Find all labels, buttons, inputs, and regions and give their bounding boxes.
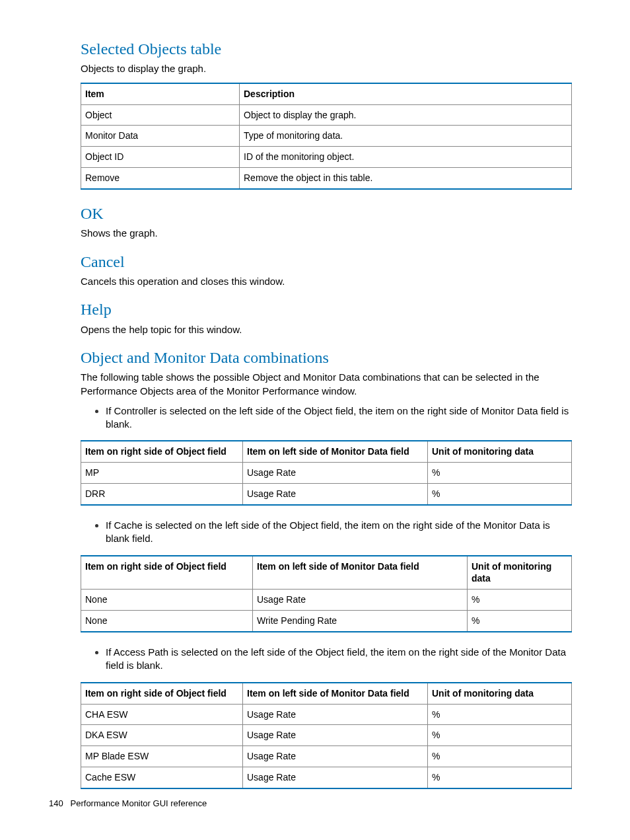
th-item: Item bbox=[81, 83, 240, 104]
table-row: DKA ESWUsage Rate% bbox=[81, 725, 572, 746]
heading-ok: OK bbox=[81, 203, 572, 224]
heading-help: Help bbox=[81, 299, 572, 320]
list-item: If Access Path is selected on the left s… bbox=[106, 646, 572, 673]
heading-cancel: Cancel bbox=[81, 251, 572, 272]
bullet-list: If Access Path is selected on the left s… bbox=[81, 646, 572, 673]
th-desc: Description bbox=[240, 83, 572, 104]
page-footer: 140 Performance Monitor GUI reference bbox=[49, 798, 207, 810]
text-help: Opens the help topic for this window. bbox=[81, 323, 572, 336]
table-selected-objects: Item Description ObjectObject to display… bbox=[81, 83, 572, 190]
table-row: Monitor DataType of monitoring data. bbox=[81, 126, 572, 147]
page-number: 140 bbox=[49, 798, 63, 808]
document-page: Selected Objects table Objects to displa… bbox=[0, 0, 630, 840]
text-cancel: Cancels this operation and closes this w… bbox=[81, 275, 572, 288]
table-row: NoneUsage Rate% bbox=[81, 590, 572, 611]
table-row: MPUsage Rate% bbox=[81, 463, 572, 484]
table-row: MP Blade ESWUsage Rate% bbox=[81, 746, 572, 767]
table-row: DRRUsage Rate% bbox=[81, 484, 572, 505]
table-row: CHA ESWUsage Rate% bbox=[81, 704, 572, 725]
footer-title: Performance Monitor GUI reference bbox=[71, 798, 207, 808]
list-item: If Controller is selected on the left si… bbox=[106, 404, 572, 432]
table-row: Cache ESWUsage Rate% bbox=[81, 767, 572, 788]
table-row: NoneWrite Pending Rate% bbox=[81, 611, 572, 632]
table-controller: Item on right side of Object field Item … bbox=[81, 440, 572, 506]
table-row: RemoveRemove the object in this table. bbox=[81, 168, 572, 189]
list-item: If Cache is selected on the left side of… bbox=[106, 519, 572, 546]
bullet-list: If Controller is selected on the left si… bbox=[81, 404, 572, 432]
heading-combos: Object and Monitor Data combinations bbox=[81, 347, 572, 368]
intro-combos: The following table shows the possible O… bbox=[81, 371, 572, 398]
text-ok: Shows the graph. bbox=[81, 227, 572, 240]
table-access-path: Item on right side of Object field Item … bbox=[81, 682, 572, 789]
table-row: Object IDID of the monitoring object. bbox=[81, 147, 572, 168]
table-cache: Item on right side of Object field Item … bbox=[81, 555, 572, 633]
bullet-list: If Cache is selected on the left side of… bbox=[81, 519, 572, 546]
intro-selected-objects: Objects to display the graph. bbox=[81, 62, 572, 75]
table-row: ObjectObject to display the graph. bbox=[81, 104, 572, 126]
heading-selected-objects: Selected Objects table bbox=[81, 38, 572, 59]
